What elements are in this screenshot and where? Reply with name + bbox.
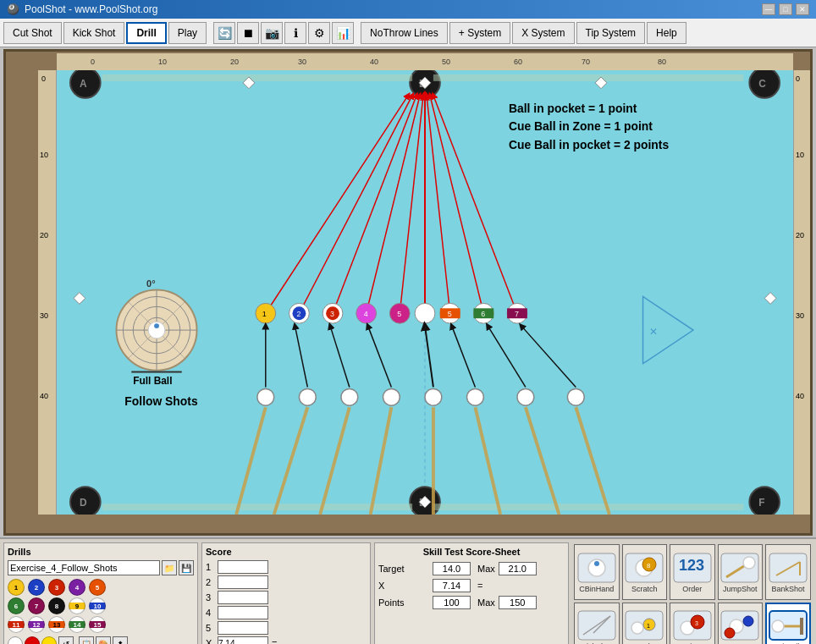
felt[interactable]: Ball in pocket = 1 point Cue Ball in Zon…: [57, 70, 793, 515]
maximize-button[interactable]: □: [779, 3, 792, 15]
svg-text:1: 1: [262, 310, 267, 318]
shot-type-kiss[interactable]: 3 Kiss: [670, 603, 715, 645]
ruler-left-20: 20: [40, 231, 48, 239]
points-max-input[interactable]: [499, 596, 537, 609]
shot-type-hitrail[interactable]: HitRail: [765, 603, 811, 645]
svg-text:Ball in pocket = 1 point: Ball in pocket = 1 point: [509, 102, 637, 115]
drill-button[interactable]: Drill: [126, 22, 166, 44]
ball-7[interactable]: 7: [28, 597, 45, 614]
nothrow-button[interactable]: NoThrow Lines: [361, 22, 448, 44]
ball-13[interactable]: 13: [48, 616, 65, 633]
cue-ball-button[interactable]: [8, 636, 23, 644]
open-drill-button[interactable]: 📁: [162, 560, 177, 575]
shot-type-jumpshot[interactable]: JumpShot: [718, 544, 764, 600]
tip-system-button[interactable]: Tip System: [576, 22, 646, 44]
kick-shot-button[interactable]: Kick Shot: [63, 22, 125, 44]
refresh-icon[interactable]: 🔄: [213, 22, 235, 44]
score-x-input[interactable]: [218, 636, 268, 644]
target-row: Target Max: [378, 562, 565, 575]
bankshot-img: [767, 551, 809, 585]
svg-point-58: [517, 388, 534, 405]
svg-text:1: 1: [647, 623, 650, 629]
ball-14[interactable]: 14: [69, 616, 85, 633]
ball-3[interactable]: 3: [48, 579, 65, 596]
kiss-img: 3: [671, 608, 714, 642]
help-button[interactable]: Help: [647, 22, 686, 44]
shot-type-carom[interactable]: Carom: [718, 603, 764, 645]
shot-type-cbinhand[interactable]: CBinHand: [574, 544, 620, 600]
info-icon[interactable]: ℹ: [284, 22, 306, 44]
toolbar: Cut Shot Kick Shot Drill Play 🔄 ⏹ 📷 ℹ ⚙ …: [0, 19, 816, 47]
order-img: 123: [671, 551, 714, 585]
play-button[interactable]: Play: [168, 22, 207, 44]
score-input-4[interactable]: [218, 606, 268, 619]
camera-icon[interactable]: 📷: [261, 22, 283, 44]
ruler-mark-70: 70: [582, 58, 590, 66]
rotate-button[interactable]: ↺: [58, 636, 74, 644]
svg-text:Follow Shots: Follow Shots: [124, 394, 198, 408]
shot-type-order[interactable]: 123 Order: [670, 544, 715, 600]
svg-rect-17: [102, 74, 413, 81]
svg-text:3: 3: [330, 310, 334, 318]
list-button[interactable]: 📋: [79, 636, 94, 644]
shot-type-combo[interactable]: 1 Combo: [622, 603, 668, 645]
x-skill-input[interactable]: [433, 579, 471, 592]
palette-button[interactable]: 🎨: [96, 636, 111, 644]
export-icon[interactable]: 📊: [332, 22, 354, 44]
svg-point-131: [772, 620, 784, 632]
settings-icon[interactable]: ⚙: [308, 22, 330, 44]
svg-text:✕: ✕: [649, 326, 658, 338]
ball-2[interactable]: 2: [28, 579, 45, 596]
ball-9[interactable]: 9: [69, 597, 85, 614]
score-input-3[interactable]: [218, 591, 268, 604]
ball-15[interactable]: 15: [89, 616, 106, 633]
skill-title: Skill Test Score-Sheet: [378, 547, 565, 557]
shot-type-kickshot[interactable]: KickShot: [574, 603, 620, 645]
score-input-1[interactable]: [218, 560, 268, 574]
skill-section: Skill Test Score-Sheet Target Max X = Po…: [374, 542, 569, 644]
svg-point-117: [631, 622, 643, 634]
drill-name-bar: 📁 💾: [8, 560, 194, 575]
shot-type-bankshot[interactable]: BankShot: [765, 544, 811, 600]
ball-4[interactable]: 4: [69, 579, 85, 596]
points-input[interactable]: [433, 596, 471, 609]
red-ball-button[interactable]: [25, 636, 40, 644]
ball-8[interactable]: 8: [48, 597, 65, 614]
ball-grid: 1 2 3 4 5 6 7 8 9 10 11 12 13 14 15: [8, 579, 194, 633]
ball-6[interactable]: 6: [8, 597, 25, 614]
score-section: Score 1 2 3 4 5 X = Name: [201, 542, 371, 644]
ruler-left: 0 10 20 30 40: [38, 70, 57, 515]
minimize-button[interactable]: —: [762, 3, 775, 15]
drill-name-input[interactable]: [8, 560, 160, 575]
ruler-right-10: 10: [796, 151, 804, 159]
close-button[interactable]: ✕: [796, 3, 809, 15]
cut-shot-button[interactable]: Cut Shot: [3, 22, 62, 44]
ball-5[interactable]: 5: [89, 579, 106, 596]
target-max-input[interactable]: [499, 562, 537, 575]
svg-point-53: [299, 388, 316, 405]
ball-10[interactable]: 10: [89, 597, 106, 614]
ruler-mark-80: 80: [658, 58, 666, 66]
target-input[interactable]: [433, 562, 471, 575]
plus-system-button[interactable]: + System: [449, 22, 510, 44]
svg-point-85: [154, 323, 159, 328]
table-svg: Ball in pocket = 1 point Cue Ball in Zon…: [57, 70, 793, 515]
svg-point-59: [567, 388, 584, 405]
bankshot-label: BankShot: [771, 585, 804, 593]
shot-type-scratch[interactable]: 8 Scratch: [622, 544, 668, 600]
score-input-5[interactable]: [218, 621, 268, 635]
svg-text:7: 7: [515, 310, 519, 318]
up-arrow-button[interactable]: ⬆: [113, 636, 128, 644]
stop-icon[interactable]: ⏹: [237, 22, 259, 44]
svg-text:2: 2: [296, 310, 300, 318]
ball-12[interactable]: 12: [28, 616, 45, 633]
save-drill-button[interactable]: 💾: [179, 560, 194, 575]
yellow-ball-button[interactable]: [41, 636, 57, 644]
svg-text:3: 3: [695, 620, 698, 626]
ball-11[interactable]: 11: [8, 616, 25, 633]
score-input-2[interactable]: [218, 575, 268, 589]
ball-1[interactable]: 1: [8, 579, 25, 596]
ruler-mark-10: 10: [158, 58, 167, 66]
x-system-button[interactable]: X System: [512, 22, 574, 44]
svg-point-126: [743, 616, 753, 626]
